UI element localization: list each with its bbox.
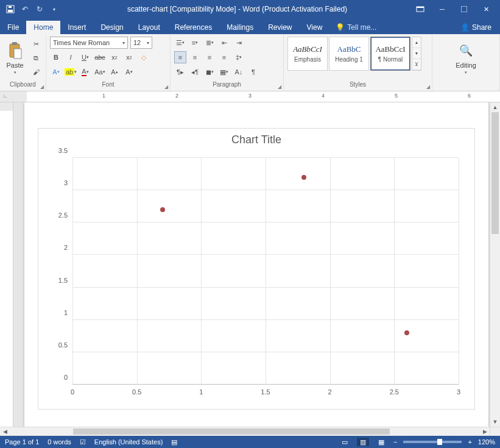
data-point[interactable] — [160, 207, 165, 212]
web-layout-button[interactable]: ▦ — [375, 438, 387, 446]
tab-references[interactable]: References — [167, 21, 219, 34]
text-effects-button[interactable]: A▾ — [50, 66, 62, 78]
styles-more-button[interactable]: ▴▾⊻ — [412, 37, 421, 71]
ruler-horizontal[interactable]: ∟ 123456 — [0, 91, 500, 102]
scroll-thumb[interactable] — [73, 428, 390, 435]
ruler-vertical[interactable] — [0, 102, 13, 436]
y-tick: 0.5 — [58, 341, 72, 349]
read-mode-button[interactable]: ▭ — [339, 438, 351, 446]
line-spacing-button[interactable]: ‡▾ — [233, 51, 245, 63]
font-size-select[interactable]: 12▾ — [130, 37, 152, 49]
x-tick: 3 — [457, 385, 460, 396]
scroll-left-icon[interactable]: ◀ — [0, 427, 10, 436]
tab-mailings[interactable]: Mailings — [219, 21, 261, 34]
editing-button[interactable]: 🔍 Editing ▾ — [451, 37, 481, 79]
print-layout-button[interactable]: ▥ — [357, 438, 369, 446]
cut-button[interactable]: ✂ — [30, 38, 42, 50]
tab-home[interactable]: Home — [26, 21, 60, 34]
scroll-right-icon[interactable]: ▶ — [480, 427, 490, 436]
shading-button[interactable]: ◼▾ — [203, 66, 216, 78]
italic-button[interactable]: I — [65, 51, 77, 63]
ltr-button[interactable]: ¶▸ — [174, 66, 186, 78]
scroll-down-icon[interactable]: ▼ — [490, 417, 500, 427]
chart-object[interactable]: Chart Title 00.511.522.533.500.511.522.5… — [38, 128, 475, 410]
qat-more-icon[interactable]: ▾ — [49, 4, 60, 15]
font-launcher-icon[interactable]: ◢ — [164, 84, 168, 90]
grow-font-button[interactable]: A▴ — [108, 66, 121, 78]
scroll-up-icon[interactable]: ▲ — [490, 102, 500, 112]
increase-indent-button[interactable]: ⇥ — [233, 37, 245, 49]
font-color-button[interactable]: A▾ — [79, 66, 91, 78]
ruler-tab-icon[interactable]: ∟ — [2, 93, 8, 99]
bold-button[interactable]: B — [50, 51, 62, 63]
word-count[interactable]: 0 words — [48, 438, 71, 446]
align-left-button[interactable]: ≡ — [174, 51, 186, 63]
tab-view[interactable]: View — [300, 21, 330, 34]
multilevel-list-button[interactable]: ≣▾ — [203, 37, 216, 49]
document-page[interactable]: Chart Title 00.511.522.533.500.511.522.5… — [24, 102, 488, 427]
group-label: Font — [46, 81, 170, 91]
justify-button[interactable]: ≡ — [218, 51, 230, 63]
tab-insert[interactable]: Insert — [60, 21, 93, 34]
chevron-down-icon: ▾ — [122, 40, 125, 46]
show-marks-button[interactable]: ¶ — [247, 66, 259, 78]
bullets-button[interactable]: ☰▾ — [174, 37, 186, 49]
page-indicator[interactable]: Page 1 of 1 — [5, 438, 39, 446]
redo-icon[interactable]: ↻ — [34, 4, 45, 15]
subscript-button[interactable]: x2 — [108, 51, 121, 63]
tab-review[interactable]: Review — [261, 21, 299, 34]
underline-button[interactable]: U▾ — [79, 51, 91, 63]
minimize-button[interactable]: ─ — [432, 2, 452, 16]
shrink-font-button[interactable]: A▾ — [123, 66, 135, 78]
styles-gallery[interactable]: AaBbCcIEmphasis AaBbCHeading 1 AaBbCcI¶ … — [287, 37, 421, 71]
tab-file[interactable]: File — [0, 21, 26, 34]
zoom-out-button[interactable]: − — [393, 438, 397, 446]
close-button[interactable]: ✕ — [476, 2, 496, 16]
decrease-indent-button[interactable]: ⇤ — [218, 37, 230, 49]
style-normal[interactable]: AaBbCcI¶ Normal — [370, 37, 410, 71]
group-label: Clipboard — [0, 81, 46, 91]
font-name-select[interactable]: Times New Roman▾ — [50, 37, 128, 49]
y-tick: 3.5 — [58, 147, 72, 154]
align-right-button[interactable]: ≡ — [203, 51, 216, 63]
tell-me-search[interactable]: 💡Tell me... — [329, 21, 382, 34]
borders-button[interactable]: ▦▾ — [218, 66, 230, 78]
zoom-slider[interactable] — [403, 441, 462, 443]
copy-button[interactable]: ⧉ — [30, 52, 42, 64]
zoom-level[interactable]: 120% — [478, 438, 495, 446]
rtl-button[interactable]: ◂¶ — [189, 66, 201, 78]
style-emphasis[interactable]: AaBbCcIEmphasis — [287, 37, 328, 71]
align-center-button[interactable]: ≡ — [189, 51, 201, 63]
superscript-button[interactable]: x2 — [123, 51, 135, 63]
data-point[interactable] — [301, 175, 306, 180]
clipboard-launcher-icon[interactable]: ◢ — [40, 84, 44, 90]
highlight-button[interactable]: ab▾ — [65, 66, 77, 78]
vertical-scrollbar[interactable]: ▲ ▼ — [490, 102, 500, 427]
format-painter-button[interactable]: 🖌 — [30, 66, 42, 78]
language-indicator[interactable]: English (United States) — [94, 438, 163, 446]
plot-area[interactable]: 00.511.522.533.500.511.522.53 — [72, 158, 459, 385]
sort-button[interactable]: A↓ — [233, 66, 245, 78]
strikethrough-button[interactable]: abc — [94, 51, 106, 63]
tab-layout[interactable]: Layout — [131, 21, 167, 34]
chart-title[interactable]: Chart Title — [38, 129, 474, 149]
horizontal-scrollbar[interactable]: ◀ ▶ — [0, 427, 490, 436]
spellcheck-icon[interactable]: ☑ — [80, 438, 86, 446]
ribbon-options-icon[interactable] — [410, 2, 431, 16]
tab-design[interactable]: Design — [93, 21, 130, 34]
maximize-button[interactable] — [454, 2, 474, 16]
scroll-thumb[interactable] — [491, 112, 499, 234]
change-case-button[interactable]: Aa▾ — [94, 66, 106, 78]
undo-icon[interactable]: ↶ — [19, 4, 30, 15]
style-heading1[interactable]: AaBbCHeading 1 — [329, 37, 369, 71]
clear-formatting-button[interactable]: ◇ — [138, 51, 150, 63]
macro-icon[interactable]: ▤ — [171, 438, 177, 446]
save-icon[interactable] — [5, 4, 16, 15]
data-point[interactable] — [404, 330, 409, 335]
share-button[interactable]: 👤Share — [454, 21, 500, 34]
zoom-in-button[interactable]: + — [468, 438, 471, 446]
styles-launcher-icon[interactable]: ◢ — [426, 84, 430, 90]
paragraph-launcher-icon[interactable]: ◢ — [278, 84, 281, 90]
numbering-button[interactable]: ≡▾ — [189, 37, 201, 49]
paste-button[interactable]: Paste ▾ — [4, 37, 26, 79]
